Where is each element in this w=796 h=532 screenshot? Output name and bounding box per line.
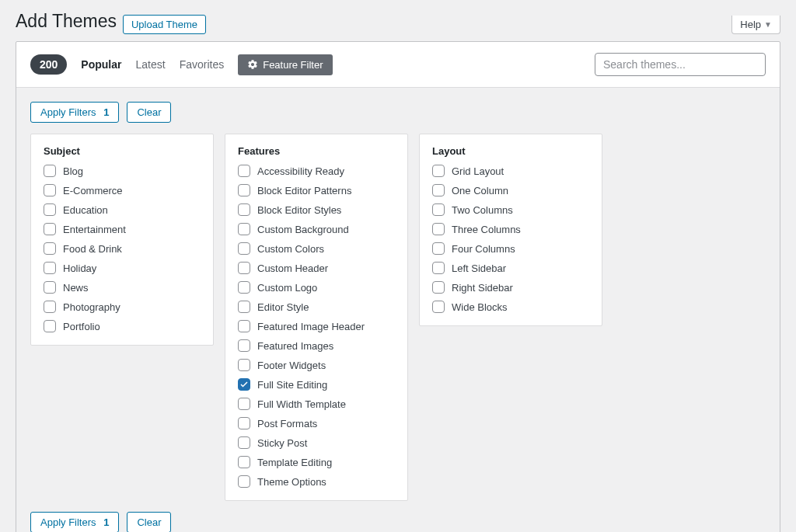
checkbox-icon <box>432 301 445 313</box>
filter-checkbox-label: Full Width Template <box>257 398 346 410</box>
filter-checkbox-label: Right Sidebar <box>452 282 513 294</box>
page-title: Add Themes <box>16 11 117 32</box>
checkbox-icon <box>44 281 56 294</box>
filter-checkbox-label: Theme Options <box>257 476 326 488</box>
checkbox-icon <box>238 456 250 468</box>
checkbox-icon <box>432 223 445 235</box>
checkbox-icon <box>238 262 250 274</box>
filter-checkbox-label: Post Formats <box>257 418 317 429</box>
clear-filters-button[interactable]: Clear <box>127 102 171 123</box>
filter-checkbox[interactable]: Theme Options <box>238 475 395 488</box>
filter-checkbox-label: One Column <box>452 185 508 196</box>
checkbox-icon <box>44 301 56 313</box>
filter-group-title: Features <box>238 145 395 157</box>
checkbox-icon <box>432 184 445 196</box>
filter-checkbox-label: E-Commerce <box>63 185 123 196</box>
filter-checkbox[interactable]: Block Editor Styles <box>238 203 395 216</box>
checkbox-icon <box>432 262 445 274</box>
filter-checkbox-label: Food & Drink <box>63 243 122 255</box>
tab-latest[interactable]: Latest <box>135 58 165 71</box>
checkbox-icon <box>238 301 250 313</box>
filter-checkbox[interactable]: One Column <box>432 184 589 196</box>
filter-checkbox[interactable]: Holiday <box>44 262 201 274</box>
filter-checkbox-label: Four Columns <box>452 243 515 255</box>
filter-checkbox[interactable]: Featured Image Header <box>238 320 395 332</box>
filter-checkbox-label: Featured Images <box>257 340 333 352</box>
help-tab[interactable]: Help ▼ <box>731 16 780 34</box>
filter-checkbox-label: Block Editor Patterns <box>257 185 351 196</box>
filter-checkbox-label: Custom Header <box>257 263 328 274</box>
checkbox-icon <box>432 203 445 216</box>
tab-popular[interactable]: Popular <box>81 58 121 71</box>
filter-checkbox[interactable]: Grid Layout <box>432 165 589 177</box>
filter-checkbox-label: Template Editing <box>257 457 332 468</box>
filter-checkbox-label: Entertainment <box>63 224 126 235</box>
filter-checkbox[interactable]: Editor Style <box>238 301 395 313</box>
filter-checkbox[interactable]: Block Editor Patterns <box>238 184 395 196</box>
filter-checkbox[interactable]: Wide Blocks <box>432 301 589 313</box>
filter-checkbox[interactable]: Custom Header <box>238 262 395 274</box>
filter-checkbox[interactable]: Blog <box>44 165 201 177</box>
filter-checkbox-label: Editor Style <box>257 301 309 313</box>
filter-checkbox[interactable]: Four Columns <box>432 242 589 255</box>
filter-checkbox[interactable]: Custom Logo <box>238 281 395 294</box>
feature-filter-panel: Apply Filters 1 Clear SubjectBlogE-Comme… <box>16 88 780 532</box>
filter-checkbox-label: Custom Background <box>257 224 349 235</box>
filter-bar: 200 PopularLatestFavorites Feature Filte… <box>16 42 780 88</box>
filter-checkbox[interactable]: Full Site Editing <box>238 378 395 391</box>
search-input[interactable] <box>595 53 766 76</box>
filter-checkbox[interactable]: Education <box>44 203 201 216</box>
filter-checkbox[interactable]: Photography <box>44 301 201 313</box>
filter-checkbox[interactable]: Portfolio <box>44 320 201 332</box>
filter-checkbox[interactable]: News <box>44 281 201 294</box>
filter-checkbox-label: Custom Logo <box>257 282 317 294</box>
apply-filters-label: Apply Filters <box>40 106 96 118</box>
filter-checkbox[interactable]: Sticky Post <box>238 436 395 449</box>
checkbox-icon <box>44 242 56 255</box>
filter-checkbox[interactable]: Custom Colors <box>238 242 395 255</box>
filter-checkbox-label: Wide Blocks <box>452 301 508 313</box>
checkbox-icon <box>238 242 250 255</box>
apply-filters-button-bottom[interactable]: Apply Filters 1 <box>30 512 119 532</box>
filter-checkbox[interactable]: Accessibility Ready <box>238 165 395 177</box>
theme-count-pill: 200 <box>30 54 67 75</box>
filter-group-features: FeaturesAccessibility ReadyBlock Editor … <box>225 134 408 501</box>
checkbox-icon <box>238 417 250 429</box>
apply-filters-count: 1 <box>103 516 109 528</box>
filter-checkbox[interactable]: Footer Widgets <box>238 359 395 371</box>
apply-filters-button[interactable]: Apply Filters 1 <box>30 102 119 123</box>
feature-filter-button[interactable]: Feature Filter <box>238 54 332 75</box>
apply-filters-label: Apply Filters <box>40 516 96 528</box>
filter-checkbox[interactable]: Entertainment <box>44 223 201 235</box>
filter-checkbox-label: Three Columns <box>452 224 521 235</box>
filter-checkbox[interactable]: Featured Images <box>238 339 395 352</box>
filter-checkbox[interactable]: Right Sidebar <box>432 281 589 294</box>
checkbox-icon <box>238 359 250 371</box>
filter-checkbox-label: Block Editor Styles <box>257 204 341 216</box>
filter-checkbox-label: Portfolio <box>63 321 100 332</box>
upload-theme-button[interactable]: Upload Theme <box>123 15 206 34</box>
checkbox-icon <box>238 436 250 449</box>
checkbox-icon <box>432 281 445 294</box>
filter-checkbox-label: Full Site Editing <box>257 379 327 391</box>
filter-checkbox[interactable]: Custom Background <box>238 223 395 235</box>
tab-favorites[interactable]: Favorites <box>180 58 225 71</box>
apply-filters-count: 1 <box>103 106 109 118</box>
filter-checkbox-label: Two Columns <box>452 204 513 216</box>
filter-checkbox[interactable]: Full Width Template <box>238 398 395 410</box>
filter-checkbox[interactable]: Template Editing <box>238 456 395 468</box>
checkbox-icon <box>432 165 445 177</box>
checkbox-icon <box>44 320 56 332</box>
clear-filters-button-bottom[interactable]: Clear <box>127 512 171 532</box>
filter-checkbox[interactable]: Left Sidebar <box>432 262 589 274</box>
checkbox-icon <box>238 203 250 216</box>
filter-checkbox-label: News <box>63 282 89 294</box>
filter-checkbox-label: Accessibility Ready <box>257 165 344 177</box>
filter-checkbox[interactable]: Two Columns <box>432 203 589 216</box>
filter-checkbox-label: Sticky Post <box>257 437 307 449</box>
filter-checkbox[interactable]: E-Commerce <box>44 184 201 196</box>
filter-checkbox[interactable]: Food & Drink <box>44 242 201 255</box>
filter-checkbox-label: Left Sidebar <box>452 263 506 274</box>
filter-checkbox[interactable]: Post Formats <box>238 417 395 429</box>
filter-checkbox[interactable]: Three Columns <box>432 223 589 235</box>
